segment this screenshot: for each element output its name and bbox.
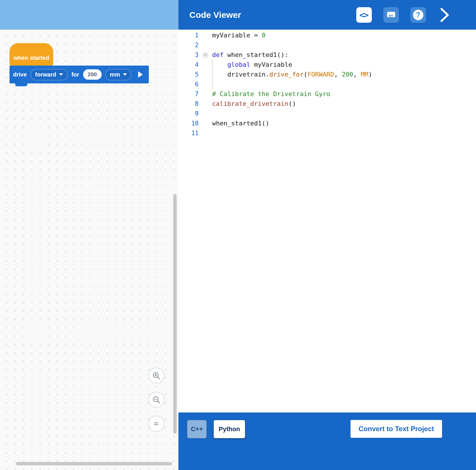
- app: when started drive forward for 200 mm: [0, 0, 476, 470]
- cpp-label: C++: [191, 425, 203, 433]
- for-label: for: [71, 71, 79, 78]
- chevron-right-icon: [439, 7, 450, 23]
- line-number: 9: [178, 109, 199, 119]
- play-icon: [138, 71, 143, 78]
- line-number: 1: [178, 30, 199, 40]
- help-icon: ?: [413, 10, 423, 20]
- direction-dropdown[interactable]: forward: [31, 69, 67, 80]
- fold-slot-empty: [199, 60, 212, 70]
- code-text: [212, 40, 476, 50]
- collapse-panel-button[interactable]: [439, 7, 450, 23]
- unit-dropdown[interactable]: mm: [106, 69, 132, 80]
- code-segment: def: [212, 51, 227, 58]
- line-number: 2: [178, 40, 199, 50]
- python-label: Python: [219, 425, 240, 433]
- caret-down-icon: [123, 73, 127, 76]
- zoom-out-icon: [152, 396, 161, 404]
- line-number: 3: [178, 50, 199, 60]
- line-number: 11: [178, 128, 199, 138]
- drive-label: drive: [13, 71, 27, 78]
- code-line: 7# Calibrate the Drivetrain Gyro: [178, 89, 476, 99]
- code-text: def when_started1():: [212, 50, 476, 60]
- code-segment: ,: [334, 71, 342, 78]
- python-language-button[interactable]: Python: [214, 420, 245, 438]
- code-viewer-header: Code Viewer <> ?: [178, 0, 476, 30]
- cpp-language-button[interactable]: C++: [187, 420, 207, 438]
- horizontal-scrollbar[interactable]: [16, 462, 172, 465]
- code-line: 8calibrate_drivetrain(): [178, 99, 476, 109]
- zoom-in-button[interactable]: [148, 368, 164, 384]
- fold-collapse-icon[interactable]: [203, 53, 207, 57]
- blocks-workspace-panel: when started drive forward for 200 mm: [0, 0, 178, 470]
- code-segment: when_started1(): [212, 120, 269, 127]
- code-line: 3def when_started1():: [178, 50, 476, 60]
- zoom-out-button[interactable]: [148, 392, 164, 408]
- code-segment: ,: [353, 71, 361, 78]
- code-segment: FORWARD: [307, 71, 334, 78]
- code-segment: # Calibrate the Drivetrain Gyro: [212, 90, 330, 98]
- vertical-scrollbar[interactable]: [173, 194, 177, 434]
- convert-label: Convert to Text Project: [359, 425, 434, 433]
- fold-slot-empty: [199, 99, 212, 109]
- block-connector-tab: [15, 83, 27, 86]
- help-button[interactable]: ?: [410, 7, 426, 23]
- line-number: 6: [178, 79, 199, 89]
- fold-slot: [199, 50, 212, 60]
- distance-input[interactable]: 200: [83, 69, 102, 80]
- code-segment: (): [288, 100, 296, 107]
- fold-slot-empty: [199, 40, 212, 50]
- code-segment: calibrate_drivetrain: [212, 100, 288, 107]
- direction-value: forward: [35, 71, 56, 78]
- when-started-label: when started: [14, 55, 49, 61]
- code-line: 9: [178, 109, 476, 119]
- code-segment: when_started1():: [227, 51, 288, 58]
- code-text: when_started1(): [212, 119, 476, 128]
- header-icons: <> ?: [356, 7, 476, 23]
- code-viewer-footer: C++ Python Convert to Text Project: [178, 412, 476, 470]
- code-view-button[interactable]: <>: [356, 7, 372, 23]
- code-line: 6: [178, 79, 476, 89]
- code-text: [212, 79, 476, 89]
- code-segment: drivetrain.: [212, 71, 269, 78]
- line-number: 10: [178, 119, 199, 128]
- distance-value: 200: [88, 71, 97, 77]
- when-started-block[interactable]: when started: [9, 43, 53, 66]
- fold-slot-empty: [199, 30, 212, 40]
- code-line: 2: [178, 40, 476, 50]
- code-segment: 200: [342, 71, 353, 78]
- code-lines: 1myVariable = 023def when_started1():4 g…: [178, 30, 476, 138]
- code-segment: (: [304, 71, 307, 78]
- help-glyph: ?: [416, 11, 420, 19]
- code-line: 5 drivetrain.drive_for(FORWARD, 200, MM): [178, 70, 476, 79]
- code-segment: myVariable =: [212, 32, 262, 39]
- fold-slot-empty: [199, 89, 212, 99]
- code-text: calibrate_drivetrain(): [212, 99, 476, 109]
- line-number: 7: [178, 89, 199, 99]
- code-text: myVariable = 0: [212, 30, 476, 40]
- code-line: 10when_started1(): [178, 119, 476, 128]
- code-segment: 0: [262, 32, 265, 39]
- zoom-in-icon: [152, 371, 161, 380]
- blocks-canvas[interactable]: when started drive forward for 200 mm: [0, 30, 178, 470]
- caret-down-icon: [59, 73, 63, 76]
- code-text: # Calibrate the Drivetrain Gyro: [212, 89, 476, 99]
- fold-slot-empty: [199, 119, 212, 128]
- code-viewer-panel: Code Viewer <> ?: [178, 0, 476, 470]
- code-segment: myVariable: [250, 61, 292, 68]
- code-segment: MM: [361, 71, 369, 78]
- code-text: [212, 128, 476, 138]
- line-number: 8: [178, 99, 199, 109]
- drive-block[interactable]: drive forward for 200 mm: [9, 66, 149, 83]
- zoom-reset-icon: [152, 419, 161, 428]
- convert-to-text-project-button[interactable]: Convert to Text Project: [351, 420, 442, 438]
- code-line: 4 global myVariable: [178, 60, 476, 70]
- code-segment: ): [368, 71, 372, 78]
- fold-slot-empty: [199, 109, 212, 119]
- line-number: 4: [178, 60, 199, 70]
- brain-icon: [386, 11, 396, 19]
- zoom-reset-button[interactable]: [148, 416, 164, 432]
- brain-device-button[interactable]: [383, 7, 399, 23]
- code-editor: 1myVariable = 023def when_started1():4 g…: [178, 30, 476, 412]
- fold-slot-empty: [199, 79, 212, 89]
- page-title: Code Viewer: [189, 10, 241, 20]
